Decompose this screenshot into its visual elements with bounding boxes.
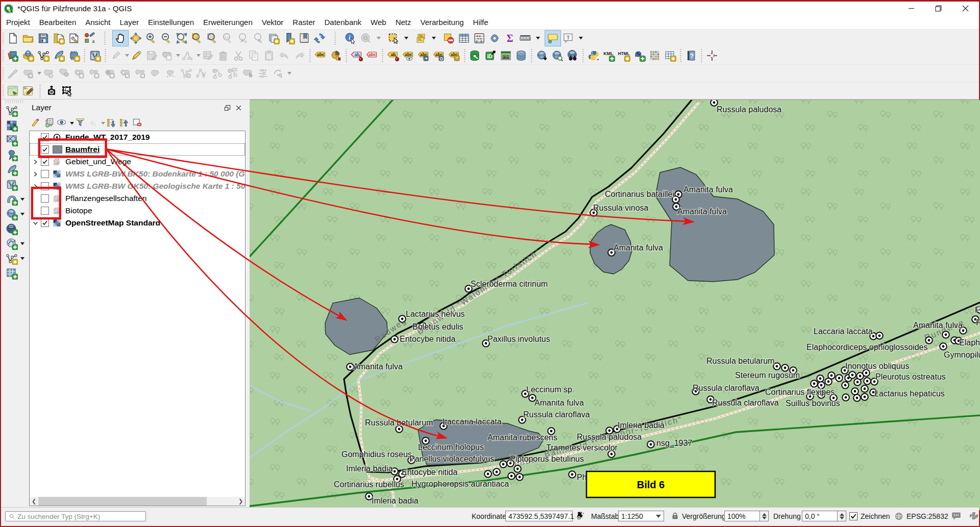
layer-row-openstreetmap-standard[interactable]: OpenStreetMap Standard — [30, 217, 245, 229]
measure-line-dropdown-icon[interactable] — [536, 37, 540, 40]
add-spatialite-layer-button[interactable] — [4, 162, 19, 177]
osm-place-search-button[interactable] — [565, 48, 580, 63]
attribute-grid-new-button[interactable] — [663, 48, 678, 63]
menu-hilfe[interactable]: Hilfe — [469, 16, 493, 29]
fund-marker[interactable] — [500, 461, 507, 468]
statistics-button[interactable] — [472, 31, 487, 46]
zoom-to-selection-button[interactable] — [189, 31, 205, 46]
open-layer-styling-button[interactable] — [30, 116, 43, 129]
fund-marker[interactable] — [516, 473, 523, 481]
scroll-right-arrow[interactable]: ❯ — [236, 497, 245, 506]
move-label-button[interactable]: ab — [385, 48, 401, 63]
manage-map-themes-button[interactable] — [56, 116, 68, 129]
text-annotation-button[interactable]: T — [560, 31, 576, 46]
measure-line-button[interactable] — [518, 31, 533, 46]
magnifier-spinbox[interactable]: 100% — [724, 511, 769, 521]
layer-label[interactable]: WMS LGRB-BW BK50: Bodenkarte 1 : 50 000 … — [65, 169, 246, 179]
color-grid-plugin-button[interactable] — [647, 48, 663, 63]
menu-netz[interactable]: Netz — [391, 16, 416, 29]
show-hide-labels-button[interactable]: abc — [401, 48, 416, 63]
menu-verarbeitung[interactable]: Verarbeitung — [416, 16, 469, 29]
layer-checkbox[interactable] — [41, 219, 49, 227]
layer-checkbox[interactable] — [41, 182, 49, 190]
filter-legend-button[interactable] — [74, 116, 87, 129]
menu-raster[interactable]: Raster — [288, 16, 320, 29]
layer-label[interactable]: Gebiet_und_Wege — [65, 157, 131, 166]
layer-diagram-button[interactable] — [328, 48, 344, 63]
layer-label[interactable]: WMS LGRB-BW GK50: Geologische Karte 1 : … — [65, 182, 246, 191]
layer-labeling-button[interactable]: abc — [313, 48, 328, 63]
fund-marker[interactable] — [849, 371, 856, 379]
select-photos-button[interactable] — [60, 83, 75, 98]
select-by-rectangle-dropdown-icon[interactable] — [404, 37, 408, 40]
restore-button[interactable] — [925, 2, 952, 15]
fund-marker[interactable] — [817, 375, 824, 382]
rotation-spinbox[interactable]: 0,0 ° — [802, 511, 846, 521]
layer-row-gebiet-und-wege[interactable]: Gebiet_und_Wege — [30, 156, 245, 168]
fund-marker[interactable] — [493, 468, 500, 475]
add-group-button[interactable] — [43, 116, 56, 129]
new-project-button[interactable] — [5, 31, 20, 46]
spinner-buttons[interactable] — [760, 511, 769, 521]
crs-status[interactable]: EPSG:25832 — [906, 512, 948, 520]
expand-icon[interactable] — [33, 184, 38, 189]
remove-layer-button[interactable] — [131, 116, 143, 129]
manage-map-themes-dropdown-icon[interactable] — [70, 122, 74, 125]
id-editor-button[interactable]: iD — [483, 48, 498, 63]
scroll-left-arrow[interactable]: ❮ — [30, 497, 38, 506]
evis-button[interactable] — [498, 48, 513, 63]
layer-row-biotope[interactable]: Biotope — [30, 205, 245, 217]
layer-checkbox[interactable] — [41, 158, 49, 166]
fund-marker[interactable] — [861, 385, 868, 392]
fund-marker[interactable] — [508, 472, 515, 480]
collapse-all-button[interactable] — [118, 116, 131, 129]
spinner-buttons[interactable] — [838, 511, 846, 521]
fund-marker[interactable] — [861, 393, 868, 400]
layer-label[interactable]: Biotope — [65, 206, 92, 215]
save-project-button[interactable] — [36, 31, 51, 46]
fund-marker[interactable] — [942, 331, 949, 338]
quickmapservices-button[interactable] — [632, 48, 647, 63]
collapse-icon[interactable] — [33, 220, 38, 226]
add-vector-layer-button[interactable] — [4, 103, 19, 118]
add-delimited-text-layer-button[interactable] — [4, 147, 19, 162]
add-wcs-layer-button[interactable] — [4, 221, 19, 236]
scale-combobox[interactable]: 1:1250 — [618, 511, 664, 521]
expand-all-button[interactable] — [105, 116, 118, 129]
fund-marker[interactable] — [940, 343, 947, 350]
add-wms-layer-button[interactable] — [4, 207, 19, 221]
move-label-diagram-button[interactable]: abc — [416, 48, 431, 63]
toolbar-drag-handle[interactable] — [1, 67, 5, 80]
fund-marker[interactable] — [863, 369, 870, 377]
locator-search-input[interactable]: Zu suchender Typ (Strg+K) — [5, 511, 146, 521]
menu-vektor[interactable]: Vektor — [257, 16, 288, 29]
new-memory-layer-button[interactable] — [87, 48, 103, 63]
open-attribute-table-button[interactable] — [456, 31, 472, 46]
new-shapefile-layer-button[interactable] — [36, 48, 51, 63]
close-button[interactable] — [952, 2, 979, 15]
change-label-button[interactable]: abc — [447, 48, 462, 63]
identify-features-button[interactable]: i — [343, 31, 358, 46]
fund-marker[interactable] — [876, 332, 883, 339]
layer-row-pflanzengesellschaften[interactable]: Pflanzengesellschaften — [30, 192, 245, 205]
select-by-value-button[interactable] — [413, 31, 429, 46]
title-bar[interactable]: *QGIS für Pilzfreunde 31a - QGIS — [1, 2, 979, 15]
zoom-in-button[interactable] — [143, 31, 159, 46]
open-project-button[interactable] — [20, 31, 36, 46]
fund-marker[interactable] — [391, 336, 398, 343]
show-statistics-sum-button[interactable]: Σ — [502, 31, 518, 46]
scrollbar-thumb[interactable] — [38, 497, 207, 506]
fund-marker[interactable] — [836, 374, 843, 382]
qms-search-button[interactable] — [550, 48, 565, 63]
new-shapefile-dropdown-icon[interactable] — [20, 257, 24, 260]
highlight-pinned-labels-button[interactable]: abc — [364, 48, 380, 63]
add-vector-tile-layer-dropdown-icon[interactable] — [20, 242, 24, 245]
fund-marker[interactable] — [647, 441, 654, 448]
html-tools-button[interactable]: HTML — [617, 48, 632, 63]
fund-marker[interactable] — [484, 470, 492, 478]
expand-icon[interactable] — [33, 171, 38, 177]
toggle-editing-button[interactable] — [129, 48, 144, 63]
zoom-to-layer-button[interactable] — [205, 31, 220, 46]
minimize-button[interactable] — [898, 2, 925, 15]
messages-icon[interactable] — [950, 508, 962, 524]
